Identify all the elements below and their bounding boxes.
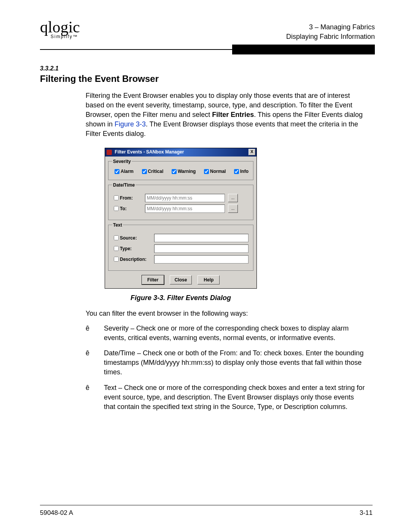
page-header: qlogic Simplify™ 3 – Managing Fabrics Di… — [40, 21, 375, 42]
source-input[interactable] — [154, 234, 249, 242]
critical-checkbox[interactable] — [142, 169, 147, 174]
type-checkbox[interactable] — [114, 246, 119, 251]
to-input[interactable] — [145, 204, 225, 213]
type-input[interactable] — [154, 244, 249, 253]
text-legend: Text — [112, 222, 123, 228]
filter-events-dialog: Filter Events - SANbox Manager X Severit… — [105, 148, 257, 289]
section-title: Filtering the Event Browser — [40, 73, 375, 84]
figure-container: Filter Events - SANbox Manager X Severit… — [105, 148, 375, 289]
header-rule — [40, 45, 375, 54]
logo-subtext: Simplify™ — [51, 34, 80, 39]
description-input[interactable] — [154, 255, 249, 264]
to-label: To: — [120, 206, 127, 211]
severity-legend: Severity — [112, 159, 132, 164]
page-footer: 59048-02 A 3-11 — [40, 509, 373, 517]
from-checkbox[interactable] — [114, 195, 119, 200]
type-label-wrap[interactable]: Type: — [112, 245, 154, 252]
intro-paragraph: Filtering the Event Browser enables you … — [86, 91, 365, 138]
section-number: 3.3.2.1 — [40, 65, 375, 72]
ways-intro: You can filter the event browser in the … — [86, 309, 375, 318]
severity-normal[interactable]: Normal — [202, 168, 226, 175]
app-icon — [107, 150, 112, 155]
datetime-legend: Date/Time — [112, 182, 135, 188]
description-label-wrap[interactable]: Description: — [112, 256, 154, 263]
list-item: Date/Time – Check one or both of the Fro… — [86, 348, 365, 377]
description-label: Description: — [120, 257, 147, 262]
close-button[interactable]: Close — [170, 275, 192, 284]
list-item: Severity – Check one or more of the corr… — [86, 324, 365, 343]
figure-caption: Figure 3-3. Filter Events Dialog — [40, 294, 322, 302]
from-picker-button[interactable]: ... — [228, 194, 238, 202]
from-input[interactable] — [145, 194, 225, 202]
severity-critical[interactable]: Critical — [140, 168, 164, 175]
header-line2: Displaying Fabric Information — [286, 32, 375, 42]
intro-bold: Filter Entries — [212, 111, 254, 118]
help-button[interactable]: Help — [198, 275, 220, 284]
footer-left: 59048-02 A — [40, 509, 73, 517]
footer-rule — [40, 505, 373, 505]
close-icon[interactable]: X — [249, 149, 255, 155]
dialog-button-row: Filter Close Help — [105, 273, 256, 288]
figure-link[interactable]: Figure 3-3 — [115, 120, 146, 128]
dialog-title-wrap: Filter Events - SANbox Manager — [107, 149, 184, 155]
to-label-wrap[interactable]: To: — [112, 205, 145, 212]
source-label-wrap[interactable]: Source: — [112, 234, 154, 241]
dialog-title: Filter Events - SANbox Manager — [115, 149, 184, 155]
severity-alarm[interactable]: Alarm — [113, 168, 134, 175]
filter-ways-list: Severity – Check one or more of the corr… — [86, 324, 365, 412]
from-label-wrap[interactable]: From: — [112, 194, 145, 201]
logo: qlogic Simplify™ — [40, 21, 80, 39]
type-label: Type: — [120, 246, 132, 251]
to-checkbox[interactable] — [114, 206, 119, 211]
source-label: Source: — [120, 235, 137, 241]
datetime-group: Date/Time From: ... To: ... — [108, 182, 253, 220]
severity-info[interactable]: Info — [233, 168, 249, 175]
alarm-checkbox[interactable] — [115, 169, 119, 174]
dialog-titlebar: Filter Events - SANbox Manager X — [105, 148, 256, 157]
list-item: Text – Check one or more of the correspo… — [86, 383, 365, 411]
logo-text: qlogic — [40, 18, 80, 36]
from-label: From: — [120, 195, 133, 201]
filter-button[interactable]: Filter — [142, 275, 164, 284]
severity-group: Severity Alarm Critical Warning Normal I… — [108, 159, 253, 180]
info-checkbox[interactable] — [234, 169, 239, 174]
header-breadcrumb: 3 – Managing Fabrics Displaying Fabric I… — [286, 21, 375, 42]
source-checkbox[interactable] — [114, 235, 119, 240]
severity-warning[interactable]: Warning — [170, 168, 196, 175]
text-group: Text Source: Type: Description: — [108, 222, 253, 271]
warning-checkbox[interactable] — [172, 169, 177, 174]
description-checkbox[interactable] — [114, 257, 119, 262]
normal-checkbox[interactable] — [204, 169, 209, 174]
footer-right: 3-11 — [360, 509, 373, 517]
to-picker-button[interactable]: ... — [228, 204, 238, 213]
header-line1: 3 – Managing Fabrics — [286, 22, 375, 32]
